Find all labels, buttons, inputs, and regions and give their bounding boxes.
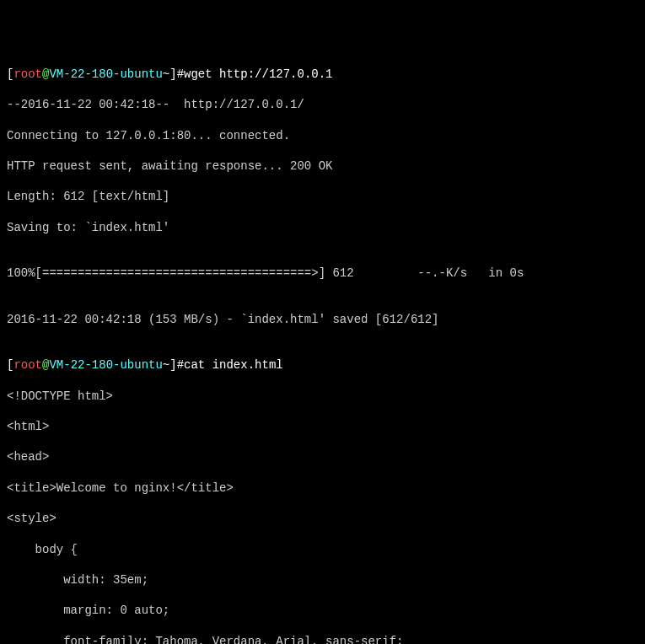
wget-output-line: --2016-11-22 00:42:18-- http://127.0.0.1… xyxy=(7,97,638,112)
wget-output-line: Connecting to 127.0.0.1:80... connected. xyxy=(7,128,638,143)
wget-output-line: HTTP request sent, awaiting response... … xyxy=(7,158,638,174)
prompt-hash: # xyxy=(177,67,184,81)
prompt-user: root xyxy=(13,67,42,81)
wget-output-line: 2016-11-22 00:42:18 (153 MB/s) - `index.… xyxy=(7,312,638,327)
cat-output-line: <html> xyxy=(7,419,638,434)
cat-output-line: <style> xyxy=(7,511,638,526)
cat-output-line: body { xyxy=(7,542,638,557)
cat-output-line: width: 35em; xyxy=(7,572,638,588)
prompt-hash: # xyxy=(177,358,184,372)
command-text: wget http://127.0.0.1 xyxy=(184,67,332,81)
cat-output-line: <title>Welcome to nginx!</title> xyxy=(7,480,638,496)
prompt-tilde: ~ xyxy=(163,67,169,81)
cat-output-line: font-family: Tahoma, Verdana, Arial, san… xyxy=(7,634,638,644)
prompt-line-1[interactable]: [root@VM-22-180-ubuntu~]#wget http://127… xyxy=(7,67,638,82)
wget-output-line: Saving to: `index.html' xyxy=(7,220,638,235)
command-text: cat index.html xyxy=(184,358,283,372)
prompt-user: root xyxy=(13,358,42,372)
cat-output-line: margin: 0 auto; xyxy=(7,603,638,618)
bracket-close: ] xyxy=(169,358,176,372)
prompt-host: VM-22-180-ubuntu xyxy=(49,67,162,81)
prompt-line-2[interactable]: [root@VM-22-180-ubuntu~]#cat index.html xyxy=(7,357,638,373)
prompt-tilde: ~ xyxy=(163,358,169,372)
cat-output-line: <head> xyxy=(7,449,638,464)
cat-output-line: <!DOCTYPE html> xyxy=(7,389,638,404)
wget-output-line: 100%[===================================… xyxy=(7,266,638,281)
prompt-host: VM-22-180-ubuntu xyxy=(49,358,162,372)
bracket-close: ] xyxy=(169,67,176,81)
wget-output-line: Length: 612 [text/html] xyxy=(7,189,638,204)
